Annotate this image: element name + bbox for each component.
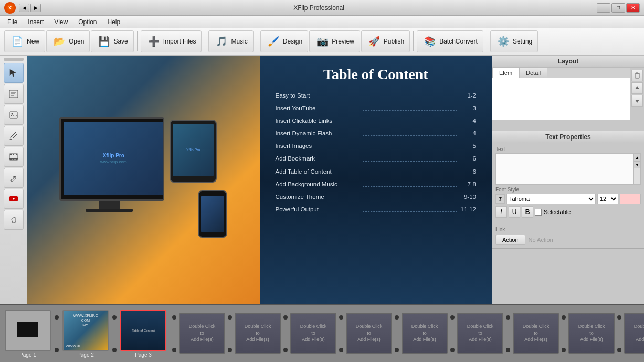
maximize-button[interactable]: □ bbox=[611, 3, 625, 13]
layout-up-button[interactable] bbox=[631, 82, 643, 94]
film-label-2: Page 2 bbox=[77, 352, 94, 358]
film-page-10[interactable]: Double ClicktoAdd File(s) bbox=[512, 313, 559, 355]
menu-view[interactable]: View bbox=[49, 17, 73, 27]
page-connector-78 bbox=[337, 313, 345, 354]
menu-bar: File Insert View Option Help bbox=[0, 16, 644, 28]
toolbar-save-button[interactable]: 💾 Save bbox=[91, 30, 133, 52]
film-thumb-3: Table of Content bbox=[120, 310, 166, 351]
toc-dots bbox=[363, 143, 458, 148]
toolbar-batchconvert-button[interactable]: 📚 BatchConvert bbox=[417, 30, 483, 52]
toc-item-page: 11-12 bbox=[460, 205, 476, 214]
page-spread: Xflip Pro www.xflip.com Xflip Pro bbox=[27, 56, 492, 304]
film-thumb-1 bbox=[5, 310, 51, 351]
menu-option[interactable]: Option bbox=[73, 17, 102, 27]
layout-buttons bbox=[630, 68, 644, 131]
nav-buttons: ◀ ▶ bbox=[19, 4, 41, 12]
action-button[interactable]: Action bbox=[495, 235, 525, 245]
toolbar-separator-2 bbox=[205, 31, 205, 51]
toolbar-publish-button[interactable]: 🚀 Publish bbox=[361, 30, 410, 52]
menu-file[interactable]: File bbox=[2, 17, 23, 27]
film-page-2[interactable]: WWW.XFLIP.CCOMMY. WWW.XF... Page 2 bbox=[62, 310, 109, 358]
text-tool-button[interactable] bbox=[4, 84, 24, 104]
minimize-button[interactable]: – bbox=[597, 3, 610, 13]
tab-detail[interactable]: Detail bbox=[519, 68, 547, 78]
font-icon: T bbox=[495, 194, 505, 204]
font-row: T Tahoma 12 bbox=[495, 194, 641, 204]
film-page-8[interactable]: Double ClicktoAdd File(s) bbox=[401, 313, 448, 355]
preview-label: Preview bbox=[332, 38, 354, 45]
film-thumb-7: Double ClicktoAdd File(s) bbox=[346, 313, 392, 354]
pen-tool-button[interactable] bbox=[4, 126, 24, 146]
toolbar-design-button[interactable]: 🖌️ Design bbox=[260, 30, 308, 52]
connector-hole bbox=[450, 348, 455, 352]
film-page-1[interactable]: Page 1 bbox=[4, 310, 51, 358]
layout-down-button[interactable] bbox=[631, 95, 643, 107]
scroll-down-arrow[interactable]: ▼ bbox=[634, 161, 641, 168]
page-connector-910 bbox=[448, 313, 457, 354]
toc-item: Add Bookmark 6 bbox=[276, 154, 477, 163]
select-tool-button[interactable] bbox=[4, 63, 24, 83]
main-area: Xflip Pro www.xflip.com Xflip Pro bbox=[0, 56, 644, 304]
delete-icon bbox=[634, 72, 640, 79]
film-page-9[interactable]: Double ClicktoAdd File(s) bbox=[457, 313, 504, 355]
hand-tool-button[interactable] bbox=[4, 210, 24, 230]
layout-header: Layout bbox=[492, 56, 644, 68]
no-action-text: No Action bbox=[529, 237, 553, 243]
text-input-area[interactable]: ▲ ▼ bbox=[495, 153, 641, 185]
toolbar-music-button[interactable]: 🎵 Music bbox=[208, 30, 253, 52]
toc-item-page: 7-8 bbox=[460, 180, 476, 188]
film-page-7[interactable]: Double ClicktoAdd File(s) bbox=[345, 313, 393, 355]
nav-forward-button[interactable]: ▶ bbox=[30, 4, 41, 12]
toolbar-separator-3 bbox=[257, 31, 257, 51]
film-page-11[interactable]: Double ClicktoAdd File(s) bbox=[568, 313, 615, 355]
text-scrollbar[interactable]: ▲ ▼ bbox=[633, 154, 640, 184]
link-row: Action No Action bbox=[495, 235, 641, 245]
select-cursor-icon bbox=[9, 68, 18, 78]
font-family-select[interactable]: Tahoma bbox=[506, 194, 596, 204]
filmstrip: Page 1 WWW.XFLIP.CCOMMY. WWW.XF... Page … bbox=[0, 304, 644, 362]
film-page-5[interactable]: Double ClicktoAdd File(s) bbox=[234, 313, 281, 355]
toolbar-preview-button[interactable]: 📷 Preview bbox=[309, 30, 360, 52]
empty-page-text: Double ClicktoAdd File(s) bbox=[467, 323, 494, 343]
text-props-header: Text Properties bbox=[492, 131, 644, 143]
layout-delete-button[interactable] bbox=[631, 70, 643, 81]
toc-item-page: 4 bbox=[460, 116, 476, 125]
move-down-icon bbox=[634, 98, 640, 104]
movie-tool-button[interactable] bbox=[4, 147, 24, 167]
svg-point-6 bbox=[11, 113, 13, 115]
tab-elem[interactable]: Elem bbox=[492, 68, 519, 78]
toc-item-label: Customize Theme bbox=[276, 193, 360, 201]
youtube-tool-button[interactable] bbox=[4, 189, 24, 209]
music-tool-button[interactable] bbox=[4, 168, 24, 188]
underline-button[interactable]: U bbox=[509, 206, 520, 218]
toolbar-open-button[interactable]: 📂 Open bbox=[46, 30, 90, 52]
toc-item-page: 6 bbox=[460, 167, 476, 176]
menu-insert[interactable]: Insert bbox=[23, 17, 49, 27]
image-tool-button[interactable] bbox=[4, 105, 24, 125]
bold-button[interactable]: B bbox=[522, 206, 533, 218]
close-button[interactable]: ✕ bbox=[626, 3, 640, 13]
film-page-3[interactable]: Table of Content Page 3 bbox=[120, 310, 167, 358]
connector-hole bbox=[395, 348, 399, 352]
scroll-up-arrow[interactable]: ▲ bbox=[634, 154, 641, 161]
film-page-4[interactable]: Double ClicktoAdd File(s) bbox=[178, 313, 226, 355]
film-page-12[interactable]: Double ClicktoAdd File(s) bbox=[624, 313, 644, 355]
page-2-text: WWW.XFLIP.CCOMMY. bbox=[64, 311, 108, 329]
toolbar-setting-button[interactable]: ⚙️ Setting bbox=[490, 30, 538, 52]
italic-button[interactable]: I bbox=[495, 206, 507, 218]
connector-hole bbox=[562, 348, 566, 352]
nav-back-button[interactable]: ◀ bbox=[19, 4, 29, 12]
preview-icon: 📷 bbox=[315, 34, 330, 49]
film-page-6[interactable]: Double ClicktoAdd File(s) bbox=[290, 313, 337, 355]
toolbar-import-button[interactable]: ➕ Import Files bbox=[141, 30, 202, 52]
menu-help[interactable]: Help bbox=[102, 17, 126, 27]
pen-tool-icon bbox=[9, 131, 18, 141]
font-color-picker[interactable] bbox=[620, 194, 641, 204]
hand-tool-icon bbox=[9, 215, 18, 225]
toc-dots bbox=[363, 182, 458, 187]
toc-dots bbox=[363, 169, 458, 174]
toolbar-new-button[interactable]: 📄 New bbox=[4, 30, 45, 52]
selectable-checkbox[interactable] bbox=[535, 209, 542, 216]
font-size-select[interactable]: 12 bbox=[597, 194, 618, 204]
svg-marker-0 bbox=[10, 69, 16, 77]
